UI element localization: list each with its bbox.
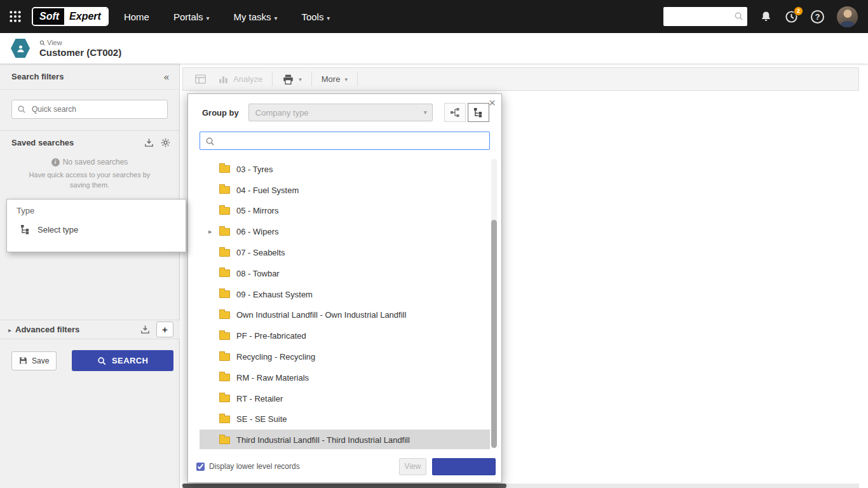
tree-item-label: PF - Pre-fabricated [236, 331, 306, 341]
nav-my-tasks[interactable]: My tasks [233, 11, 277, 22]
tree-item-label: 05 - Mirrors [236, 206, 278, 215]
tree-item[interactable]: Recycling - Recycling [200, 346, 490, 367]
hierarchy-tree-icon [20, 224, 31, 234]
more-label: More [322, 74, 341, 84]
tree-item[interactable]: PF - Pre-fabricated [200, 325, 490, 346]
folder-icon [219, 207, 230, 215]
collapse-sidebar-icon[interactable] [164, 72, 169, 81]
folder-icon [219, 332, 230, 340]
tree-item[interactable]: RM - Raw Materials [200, 367, 490, 388]
tree-list-view-button[interactable] [468, 103, 489, 122]
nav-tools[interactable]: Tools [301, 11, 330, 22]
tree-item[interactable]: 07 - Seabelts [200, 242, 490, 263]
context-row: View [39, 39, 121, 46]
search-button-magnifier-icon [97, 356, 106, 365]
help-icon[interactable] [811, 10, 824, 24]
folder-icon [219, 290, 230, 298]
header-text: View Customer (CT002) [39, 39, 121, 58]
tree-item[interactable]: 05 - Mirrors [200, 201, 490, 222]
search-button[interactable]: SEARCH [72, 350, 173, 371]
tree-search [200, 132, 490, 150]
expand-caret-icon[interactable] [8, 325, 15, 334]
display-lower-checkbox[interactable] [196, 463, 205, 471]
expand-caret-icon[interactable] [208, 227, 219, 236]
tree-scrollbar[interactable] [491, 159, 497, 448]
type-popup-title: Type [7, 200, 186, 215]
tree-item-label: Recycling - Recycling [236, 352, 315, 362]
nav-portals[interactable]: Portals [173, 11, 210, 22]
tree-item[interactable]: 08 - Towbar [200, 263, 490, 284]
save-label: Save [32, 356, 49, 365]
logo-expert: Expert [64, 8, 107, 25]
apps-grid-icon[interactable] [9, 10, 22, 23]
sidebar-actions: Save SEARCH [0, 350, 180, 371]
folder-icon [219, 269, 230, 277]
advanced-filters-actions [140, 322, 173, 337]
folder-icon [219, 353, 230, 361]
saved-searches-settings-gear-icon[interactable] [161, 138, 170, 147]
import-search-icon[interactable] [144, 138, 154, 147]
pending-tasks-clock-icon[interactable]: 2 [785, 10, 798, 24]
tree-item[interactable]: RT - Retailer [200, 388, 490, 409]
tree-item-label: SE - SE Suite [236, 414, 287, 424]
tree-item-label: Own Industrial Landfill - Own Industrial… [236, 310, 406, 320]
select-type-option[interactable]: Select type [7, 215, 186, 234]
advanced-filters-row[interactable]: Advanced filters [0, 320, 180, 339]
analyze-button[interactable]: Analyze [212, 74, 268, 85]
tree-item-label: 04 - Fuel System [236, 186, 299, 195]
record-view-button[interactable] [189, 73, 212, 85]
dialog-header: Group by Company type [188, 94, 501, 122]
add-filter-button[interactable] [156, 322, 173, 337]
org-chart-view-button[interactable] [444, 103, 466, 122]
tree-item-label: Third Industrial Landfill - Third Indust… [236, 435, 410, 445]
global-search [663, 7, 747, 26]
notifications-bell-icon[interactable] [760, 10, 772, 23]
display-lower-level-option[interactable]: Display lower level records [196, 462, 399, 471]
tree-item-label: 08 - Towbar [236, 269, 280, 278]
close-icon[interactable] [489, 97, 496, 109]
tree-item-label: 06 - Wipers [236, 227, 278, 236]
tree-item[interactable]: 04 - Fuel System [200, 180, 490, 201]
printer-icon [282, 74, 294, 85]
tree-item[interactable]: 06 - Wipers [200, 221, 490, 242]
topbar-right: 2 [663, 6, 868, 27]
print-dropdown-caret-icon[interactable] [299, 76, 302, 83]
folder-icon [219, 395, 230, 402]
quick-search-icon [17, 105, 26, 114]
import-filter-icon[interactable] [140, 325, 150, 334]
tree-search-input[interactable] [200, 132, 490, 150]
quick-search-input[interactable] [11, 100, 168, 119]
tree-item[interactable]: 03 - Tyres [200, 159, 490, 180]
tree-item[interactable]: Own Industrial Landfill - Own Industrial… [200, 305, 490, 326]
more-button[interactable]: More [316, 74, 353, 84]
group-by-select[interactable]: Company type [248, 104, 433, 121]
dialog-footer: Display lower level records View [188, 451, 501, 482]
view-button[interactable]: View [399, 458, 426, 475]
save-search-button[interactable]: Save [11, 351, 57, 370]
horizontal-scrollbar[interactable] [182, 484, 859, 488]
user-avatar[interactable] [837, 6, 858, 27]
tree-item[interactable]: 09 - Exhaust System [200, 284, 490, 305]
more-caret-icon [344, 76, 348, 83]
tree-item[interactable]: Third Industrial Landfill - Third Indust… [200, 430, 490, 449]
record-toolbar: Analyze More [182, 67, 859, 91]
tree-list: 03 - Tyres04 - Fuel System05 - Mirrors06… [200, 159, 490, 449]
print-button[interactable] [276, 74, 308, 85]
softexpert-logo[interactable]: SoftExpert [32, 7, 109, 26]
saved-searches-actions [144, 138, 170, 147]
tree-search-icon [205, 137, 215, 146]
confirm-button[interactable] [432, 458, 496, 475]
horizontal-scrollbar-thumb[interactable] [182, 484, 506, 488]
empty-state-hint: Have quick access to your searches by sa… [22, 170, 158, 191]
page-title: Customer (CT002) [39, 47, 121, 58]
tree-item[interactable]: SE - SE Suite [200, 409, 490, 430]
folder-icon [219, 437, 230, 444]
info-icon [51, 158, 60, 166]
group-by-dialog: Group by Company type [187, 93, 502, 483]
nav-home[interactable]: Home [124, 11, 149, 22]
search-filters-sidebar: Search filters Saved searches No saved s… [0, 64, 180, 488]
tree-scrollbar-thumb[interactable] [491, 220, 497, 448]
type-filter-popup: Type Select type [6, 199, 186, 252]
search-icon[interactable] [734, 11, 743, 21]
search-button-label: SEARCH [112, 356, 148, 365]
